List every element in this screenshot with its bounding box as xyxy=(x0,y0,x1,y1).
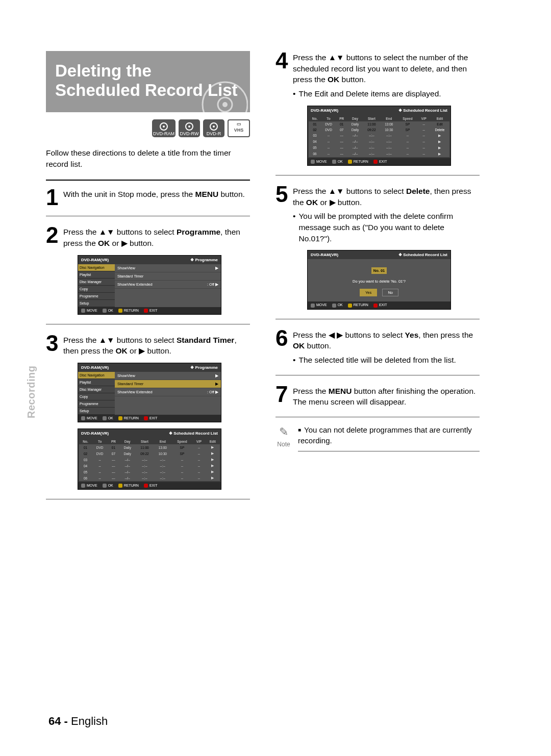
step-6: 6 Press the ◀ ▶ buttons to select Yes, t… xyxy=(276,329,480,351)
divider xyxy=(276,175,480,175)
title-banner: Deleting the Scheduled Record List xyxy=(46,51,250,112)
note-block: ✎Note ■You can not delete programmes tha… xyxy=(276,424,480,451)
section-sidebar-label: Recording xyxy=(26,366,37,418)
step-number: 6 xyxy=(276,329,293,351)
step-text: Press the MENU button after finishing th… xyxy=(293,385,480,408)
step-4: 4 Press the ▲▼ buttons to select the num… xyxy=(276,51,480,85)
step-2: 2 Press the ▲▼ buttons to select Program… xyxy=(46,225,250,248)
step-text: Press the ◀ ▶ buttons to select Yes, the… xyxy=(293,329,480,351)
intro-text: Follow these directions to delete a titl… xyxy=(46,147,250,170)
divider xyxy=(46,324,250,324)
confirm-no: No xyxy=(382,289,398,296)
osd-programme-menu: DVD-RAM(VR)Programme Disc Navigation Pla… xyxy=(78,255,221,315)
step-number: 2 xyxy=(46,225,63,248)
step-4-bullet: •The Edit and Delete items are displayed… xyxy=(293,88,480,99)
divider xyxy=(46,499,250,499)
badge-dvd-r: DVD-R xyxy=(203,119,224,137)
osd-scheduled-list-edit-delete: DVD-RAM(VR)Scheduled Record List No.ToPR… xyxy=(307,106,451,166)
step-6-bullet: •The selected title will be deleted from… xyxy=(293,355,480,366)
step-number: 7 xyxy=(276,385,293,408)
step-5-bullet: •You will be prompted with the delete co… xyxy=(293,211,480,244)
note-icon: ✎Note xyxy=(276,424,292,451)
step-text: With the unit in Stop mode, press the ME… xyxy=(63,188,245,207)
step-text: Press the ▲▼ buttons to select Programme… xyxy=(63,225,250,248)
step-number: 1 xyxy=(46,188,63,207)
divider xyxy=(276,375,480,375)
confirm-yes: Yes xyxy=(360,289,377,296)
step-text: Press the ▲▼ buttons to select the numbe… xyxy=(293,51,480,85)
step-3: 3 Press the ▲▼ buttons to select Standar… xyxy=(46,334,250,357)
osd-scheduled-list: DVD-RAM(VR)Scheduled Record List No.ToPR… xyxy=(78,429,221,490)
step-5: 5 Press the ▲▼ buttons to select Delete,… xyxy=(276,185,480,208)
disc-decor-icon xyxy=(187,77,248,112)
step-1: 1 With the unit in Stop mode, press the … xyxy=(46,188,250,207)
osd-programme-menu-highlight: DVD-RAM(VR)Programme Disc Navigation Pla… xyxy=(78,363,221,422)
step-number: 3 xyxy=(46,334,63,357)
step-text: Press the ▲▼ buttons to select Standard … xyxy=(63,334,250,357)
svg-point-2 xyxy=(222,102,228,107)
osd-delete-confirm: DVD-RAM(VR)Scheduled Record List No. 01 … xyxy=(307,250,451,309)
badge-vhs: ▭VHS xyxy=(228,119,250,137)
divider xyxy=(46,180,250,181)
step-7: 7 Press the MENU button after finishing … xyxy=(276,385,480,408)
step-number: 4 xyxy=(276,51,293,85)
divider xyxy=(276,417,480,417)
divider xyxy=(276,319,480,319)
badge-dvd-rw: DVD-RW xyxy=(179,119,200,137)
divider xyxy=(46,216,250,216)
step-text: Press the ▲▼ buttons to select Delete, t… xyxy=(293,185,480,208)
page-footer: 64 - English xyxy=(48,715,108,728)
note-text: ■You can not delete programmes that are … xyxy=(298,424,480,451)
badge-dvd-ram: DVD-RAM xyxy=(152,119,176,137)
step-number: 5 xyxy=(276,185,293,208)
